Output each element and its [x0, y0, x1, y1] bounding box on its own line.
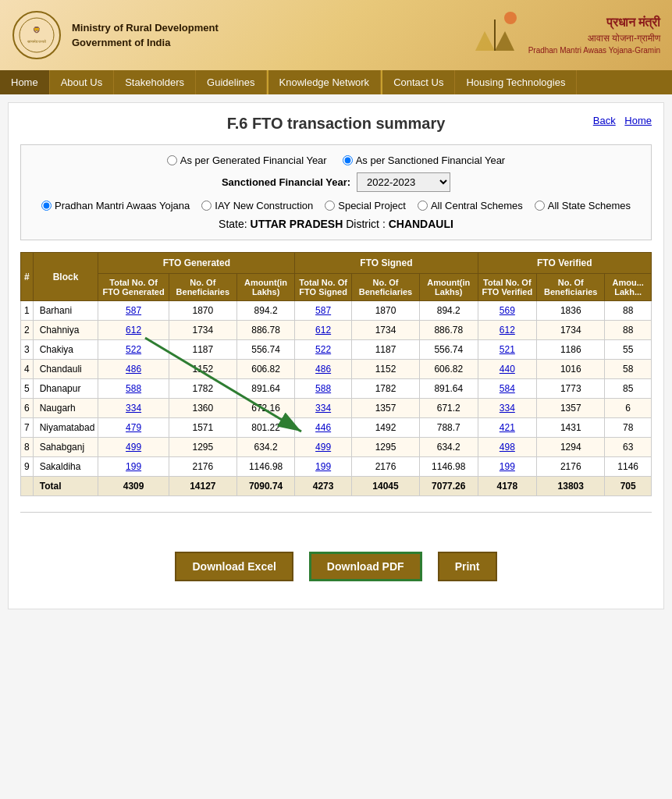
svg-text:🦁: 🦁	[33, 26, 41, 34]
row-total-verified: 584	[478, 379, 537, 399]
row-total-signed: 588	[295, 379, 352, 399]
row-total-verified: 498	[478, 438, 537, 457]
row-amt-verified: 78	[605, 418, 652, 438]
row-block: Chakiya	[33, 340, 98, 360]
row-amt-verified: 1146	[605, 457, 652, 477]
row-ben-gen: 1782	[169, 379, 236, 399]
col-amt-signed: Amount(in Lakhs)	[420, 274, 478, 301]
row-num: 1	[21, 301, 34, 321]
col-total-verified: Total No. Of FTO Verified	[478, 274, 537, 301]
row-total-verified: 569	[478, 301, 537, 321]
row-block: Chahniya	[33, 321, 98, 340]
row-amt-signed: 606.82	[420, 360, 478, 379]
row-block: Sakaldiha	[33, 457, 98, 477]
row-amt-verified: 6	[605, 399, 652, 418]
page-title: F.6 FTO transaction summary	[227, 115, 446, 133]
scheme-iay-radio[interactable]	[201, 201, 212, 211]
row-amt-gen: 891.64	[236, 379, 294, 399]
radio-sanctioned-fy-label[interactable]: As per Sanctioned Financial Year	[343, 154, 506, 166]
radio-generated-fy[interactable]	[167, 155, 177, 165]
row-block: Niyamatabad	[33, 418, 98, 438]
page-title-area: F.6 FTO transaction summary Back Home	[20, 115, 652, 133]
table-row: 1 Barhani 587 1870 894.2 587 1870 894.2 …	[21, 301, 652, 321]
svg-marker-5	[475, 31, 495, 51]
filter-section: As per Generated Financial Year As per S…	[20, 144, 652, 240]
row-amt-gen: 894.2	[236, 301, 294, 321]
nav-home[interactable]: Home	[0, 70, 50, 94]
fy-select[interactable]: 2022-2023 2021-2022 2020-2021 2019-2020	[357, 172, 450, 192]
home-link[interactable]: Home	[624, 115, 652, 126]
row-ben-signed: 1734	[351, 321, 419, 340]
nav-contact[interactable]: Contact Us	[382, 70, 455, 94]
state-district-info: State: UTTAR PRADESH District : CHANDAUL…	[37, 218, 635, 230]
nav-knowledge[interactable]: Knowledge Network	[268, 70, 382, 94]
col-ben-verified: No. Of Beneficiaries	[537, 274, 605, 301]
row-total-verified: 199	[478, 457, 537, 477]
col-amt-gen: Amount(in Lakhs)	[236, 274, 294, 301]
col-ben-signed: No. Of Beneficiaries	[351, 274, 419, 301]
row-num: 6	[21, 399, 34, 418]
row-num: 3	[21, 340, 34, 360]
nav-guidelines[interactable]: Guidelines	[196, 70, 266, 94]
nav-stakeholders[interactable]: Stakeholders	[114, 70, 196, 94]
row-ben-signed: 2176	[351, 457, 419, 477]
row-total-verified: 440	[478, 360, 537, 379]
row-num: 4	[21, 360, 34, 379]
header-right: प्रधान मंत्री आवास योजना-ग्रामीण Pradhan…	[468, 12, 660, 59]
total-amt-verified: 705	[605, 477, 652, 496]
district-value: CHANDAULI	[389, 218, 453, 230]
emblem-icon: 🦁 सत्यमेव जयते	[12, 10, 62, 61]
row-block: Sahabganj	[33, 438, 98, 457]
scheme-all-state-radio[interactable]	[535, 201, 545, 211]
row-ben-gen: 1360	[169, 399, 236, 418]
row-total-signed: 522	[295, 340, 352, 360]
svg-point-4	[504, 12, 517, 24]
row-total-signed: 612	[295, 321, 352, 340]
col-block: Block	[33, 253, 98, 301]
row-total-signed: 446	[295, 418, 352, 438]
total-signed: 4273	[295, 477, 352, 496]
download-pdf-button[interactable]: Download PDF	[309, 552, 422, 581]
row-amt-gen: 672.16	[236, 399, 294, 418]
row-ben-signed: 1295	[351, 438, 419, 457]
scheme-all-central-radio[interactable]	[418, 201, 428, 211]
scheme-pmay-radio[interactable]	[41, 201, 52, 211]
footer-divider	[20, 512, 652, 513]
nav-about[interactable]: About Us	[50, 70, 114, 94]
row-total-verified: 612	[478, 321, 537, 340]
row-ben-verified: 1836	[537, 301, 605, 321]
table-row: 3 Chakiya 522 1187 556.74 522 1187 556.7…	[21, 340, 652, 360]
download-excel-button[interactable]: Download Excel	[175, 552, 293, 581]
row-ben-gen: 2176	[169, 457, 236, 477]
radio-generated-fy-label[interactable]: As per Generated Financial Year	[167, 154, 327, 166]
scheme-all-central-label[interactable]: All Central Schemes	[418, 200, 523, 211]
row-total-gen: 587	[98, 301, 169, 321]
row-ben-gen: 1295	[169, 438, 236, 457]
total-amt-gen: 7090.74	[236, 477, 294, 496]
row-amt-gen: 634.2	[236, 438, 294, 457]
scheme-pmay-label[interactable]: Pradhan Mantri Awaas Yojana	[41, 200, 190, 211]
scheme-all-state-label[interactable]: All State Schemes	[535, 200, 631, 211]
row-amt-verified: 88	[605, 301, 652, 321]
scheme-iay-label[interactable]: IAY New Construction	[201, 200, 313, 211]
total-row: Total 4309 14127 7090.74 4273 14045 7077…	[21, 477, 652, 496]
scheme-special-radio[interactable]	[325, 201, 335, 211]
back-link[interactable]: Back	[593, 115, 616, 126]
table-row: 6 Naugarh 334 1360 672.16 334 1357 671.2…	[21, 399, 652, 418]
financial-year-radio-row: As per Generated Financial Year As per S…	[37, 154, 635, 166]
scheme-special-label[interactable]: Special Project	[325, 200, 406, 211]
row-ben-signed: 1152	[351, 360, 419, 379]
row-amt-verified: 58	[605, 360, 652, 379]
row-num: 8	[21, 438, 34, 457]
total-ben-signed: 14045	[351, 477, 419, 496]
print-button[interactable]: Print	[438, 552, 497, 581]
fy-label: Sanctioned Financial Year:	[222, 176, 350, 188]
table-row: 7 Niyamatabad 479 1571 801.22 446 1492 7…	[21, 418, 652, 438]
total-label-hash	[21, 477, 34, 496]
row-ben-verified: 1431	[537, 418, 605, 438]
svg-marker-6	[495, 31, 514, 51]
main-content: F.6 FTO transaction summary Back Home As…	[8, 102, 664, 609]
nav-housing[interactable]: Housing Technologies	[455, 70, 577, 94]
radio-sanctioned-fy[interactable]	[343, 155, 353, 165]
row-ben-verified: 1016	[537, 360, 605, 379]
